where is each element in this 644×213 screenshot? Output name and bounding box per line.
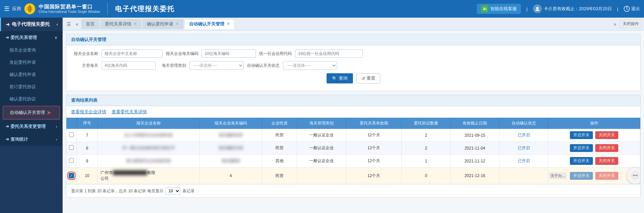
header-divider-1 [107, 3, 108, 15]
pagination-text2: 条记录 [182, 188, 195, 194]
row-7-status: 已开启 [499, 129, 548, 142]
tab-bar: ☰ « 首页 委托关系详情 ✕ 确认委托申请 ✕ 自动确认开关管理 ✕ » 关闭… [63, 18, 644, 31]
tab-confirm-entrust-label: 确认委托申请 [147, 21, 173, 27]
sidebar-section-header-query-stats[interactable]: ➜ 查询统计 › [0, 133, 63, 146]
close-ops-button[interactable]: 关闭操作 [620, 20, 642, 28]
search-icon: 🔍 [332, 76, 337, 81]
filter-label-customs: 主管海关 [71, 63, 98, 69]
results-table: 序号 报关企业名称 报关企业海关编码 企业性质 海关管理类别 委托关系有效期 委… [66, 118, 640, 184]
filter-input-customs[interactable] [102, 61, 156, 70]
row-7-open-button[interactable]: 开启开关 [570, 131, 593, 139]
tab-home[interactable]: 首页 [81, 19, 99, 29]
pagination-bar: 显示第 1 到第 10 条记录，总共 10 条记录 每页显示 10 条记录 [66, 184, 640, 197]
logo-en: China International Trade Single Window [39, 10, 100, 14]
row-9-close-button[interactable]: 关闭开关 [595, 157, 618, 165]
row-10-open-button[interactable]: 开启开关 [570, 172, 593, 180]
reset-button-label: 重置 [367, 75, 375, 81]
row-10-count: 0 [402, 168, 450, 184]
row-10-checkbox-checked[interactable]: ✓ [69, 173, 74, 178]
filter-label-company-name: 报关企业名称 [71, 51, 98, 57]
ai-service-button[interactable]: Ai 智能在线客服 [477, 4, 521, 14]
tab-nav-back-btn[interactable]: « [74, 20, 81, 28]
tab-confirm-entrust-close-icon[interactable]: ✕ [176, 22, 179, 26]
highlight-arrow-icon: ➤ [46, 109, 51, 116]
col-category: 海关管理类别 [297, 118, 346, 129]
svg-point-7 [636, 175, 638, 176]
row-10-expire: 2021-12-16 [450, 168, 499, 184]
logout-icon [624, 6, 630, 12]
user-icon[interactable] [533, 4, 542, 13]
tab-entrust-detail-close-icon[interactable]: ✕ [134, 22, 137, 26]
filter-input-company-name[interactable] [102, 50, 162, 58]
filter-input-code[interactable] [202, 50, 256, 58]
row-7-validity: 12个月 [346, 129, 402, 142]
tab-auto-confirm-close-icon[interactable]: ✕ [227, 22, 230, 26]
tab-auto-confirm[interactable]: 自动确认开关管理 ✕ [184, 19, 235, 29]
filter-input-credit-code[interactable] [295, 50, 363, 58]
row-9-open-button[interactable]: 开启开关 [570, 157, 593, 165]
col-validity: 委托关系有效期 [346, 118, 402, 129]
row-9-checkbox[interactable] [69, 158, 74, 163]
row-8-close-button[interactable]: 关闭开关 [595, 144, 618, 152]
row-8-category: 一般认证企业 [297, 142, 346, 155]
svg-point-6 [635, 175, 636, 176]
header-right: Ai 智能在线客服 | 卡介质有效截止：2029年03月20日 | 退出 [477, 4, 640, 14]
row-8-code: 海关编码示例 [199, 142, 262, 155]
sidebar-section-header-entrust-mgmt[interactable]: ➜ 委托关系管理 ∨ [0, 31, 63, 44]
ai-service-label: 智能在线客服 [490, 6, 517, 12]
sidebar-item-initiate-entrust[interactable]: 发起委托申请 [0, 56, 63, 69]
chat-overlay-icon [627, 168, 640, 184]
tab-confirm-entrust[interactable]: 确认委托申请 ✕ [142, 19, 183, 29]
row-10-close-button[interactable]: 关闭开关 [595, 172, 618, 180]
reset-button[interactable]: ↺ 重置 [356, 73, 380, 83]
svg-point-2 [536, 7, 538, 9]
query-button[interactable]: 🔍 查询 [327, 73, 353, 83]
row-7-checkbox[interactable] [69, 132, 74, 137]
col-type: 企业性质 [262, 118, 297, 129]
row-8-checkbox[interactable] [69, 145, 74, 150]
action-suggestion-text: 关于办... [549, 173, 567, 179]
filter-select-category[interactable]: ----请选择---- [190, 61, 244, 70]
sidebar-item-sign-agreement[interactable]: 签订委托协议 [0, 81, 63, 93]
sidebar-section-header-change-mgmt[interactable]: ➜ 委托关系变更管理 › [0, 120, 63, 133]
results-section-title: 查询结果列表 [66, 95, 640, 106]
user-card-area: 卡介质有效截止：2029年03月20日 [533, 4, 612, 13]
chevron-right-icon: › [56, 124, 57, 129]
pagination-text: 显示第 1 到第 10 条记录，总共 10 条记录 每页显示 [71, 188, 163, 194]
row-8-open-button[interactable]: 开启开关 [570, 144, 593, 152]
row-8-seq: 8 [76, 142, 98, 155]
row-8-validity: 12个月 [346, 142, 402, 155]
row-7-close-button[interactable]: 关闭开关 [595, 131, 618, 139]
link-entrust-detail[interactable]: 查看委托关系详情 [112, 109, 147, 115]
sidebar-section-label-change-mgmt: ➜ 委托关系变更管理 [5, 123, 46, 130]
menu-icon[interactable]: ☰ [4, 5, 9, 13]
row-9-expire: 2021-11-12 [450, 155, 499, 168]
tab-entrust-detail[interactable]: 委托关系详情 ✕ [100, 19, 141, 29]
app-label: 应用 [12, 6, 21, 12]
col-action: 操作 [548, 118, 640, 129]
filter-select-switch-status[interactable]: ----请选择---- [283, 61, 337, 70]
row-10-category [297, 168, 346, 184]
auto-confirm-label: 自动确认开关管理 [10, 110, 45, 116]
sidebar-section-entrust-mgmt: ➜ 委托关系管理 ∨ 报关企业查询 发起委托申请 确认委托申请 签订委托协议 确… [0, 31, 63, 119]
logo-emblem-icon [24, 3, 36, 15]
sidebar-section-label-entrust-mgmt: ➜ 委托关系管理 [5, 35, 37, 41]
sidebar-item-customs-query[interactable]: 报关企业查询 [0, 44, 63, 56]
sidebar-item-auto-confirm[interactable]: 自动确认开关管理 ➤ [3, 106, 60, 119]
row-10-actions: 开启开关 关闭开关 [548, 168, 640, 184]
sidebar-toggle-btn[interactable]: ☰ [65, 20, 73, 28]
link-company-detail[interactable]: 查看报关企业详情 [71, 109, 106, 115]
tab-nav-forward-btn[interactable]: » [612, 20, 618, 28]
row-9-actions: 开启开关 关闭开关 [548, 155, 640, 168]
sidebar-main-item-entrust[interactable]: ➜ 电子代理报关委托 ‹ [0, 18, 63, 31]
per-page-select[interactable]: 10 [165, 187, 180, 195]
reset-icon: ↺ [361, 76, 365, 81]
sidebar-item-confirm-entrust[interactable]: 确认委托申请 [0, 69, 63, 81]
sidebar-item-confirm-agreement[interactable]: 确认委托协议 [0, 93, 63, 105]
row-9-category: 一般认证企业 [297, 155, 346, 168]
tab-auto-confirm-label: 自动确认开关管理 [189, 21, 224, 27]
header-divider-2: | [526, 6, 527, 12]
main-layout: ➜ 电子代理报关委托 ‹ ➜ 委托关系管理 ∨ 报关企业查询 发起委托申请 确认… [0, 18, 644, 213]
logout-button[interactable]: 退出 [624, 6, 640, 12]
results-table-wrapper: 序号 报关企业名称 报关企业海关编码 企业性质 海关管理类别 委托关系有效期 委… [66, 118, 640, 184]
